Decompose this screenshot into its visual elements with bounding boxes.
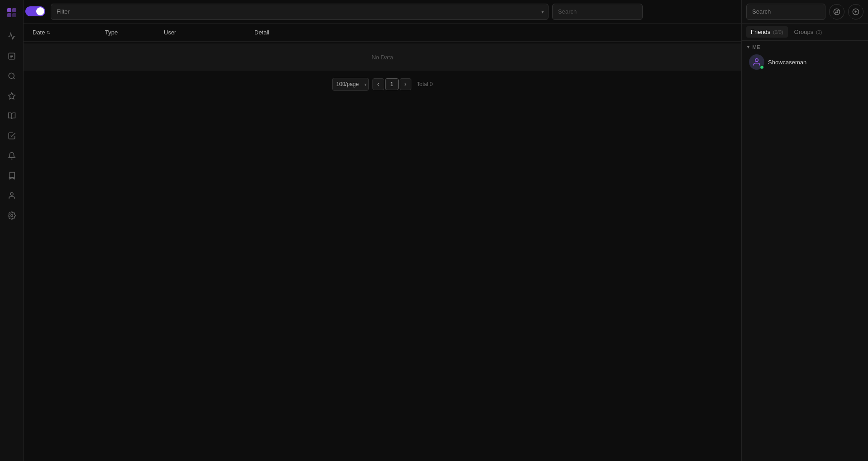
col-date-header[interactable]: Date ⇅ (33, 29, 105, 36)
search-input-wrap (552, 4, 643, 20)
sidebar-item-chart[interactable] (3, 27, 21, 45)
svg-point-12 (10, 215, 13, 217)
sidebar-item-star[interactable] (3, 87, 21, 105)
svg-point-8 (9, 73, 14, 78)
svg-point-18 (755, 59, 758, 62)
svg-line-9 (13, 77, 14, 79)
svg-rect-3 (12, 13, 16, 17)
current-page: 1 (385, 78, 399, 90)
svg-marker-10 (8, 93, 15, 99)
filter-select-wrap: Filter ▾ (51, 4, 548, 20)
svg-point-11 (10, 192, 13, 195)
table-area: Date ⇅ Type User Detail No Data 100/page (24, 24, 741, 461)
svg-marker-14 (835, 10, 838, 13)
me-header: ▼ ME (746, 44, 863, 50)
col-user-header: User (164, 29, 254, 36)
online-indicator (760, 65, 764, 69)
col-detail-header: Detail (254, 29, 732, 36)
tab-groups[interactable]: Groups (0) (790, 26, 827, 38)
sidebar-item-bell[interactable] (3, 147, 21, 165)
me-chevron-icon: ▼ (746, 45, 750, 49)
tabs: Friends (0/0) Groups (0) (742, 24, 868, 41)
main-content: Filter ▾ Date ⇅ Type User Detail No D (24, 0, 741, 461)
sidebar-item-search[interactable] (3, 67, 21, 85)
filter-select[interactable]: Filter (51, 4, 548, 20)
compass-icon-button[interactable] (829, 4, 844, 19)
add-icon-button[interactable] (848, 4, 863, 19)
right-panel: Search Friends (0/0) Groups (0) ▼ (741, 0, 868, 461)
col-type-header: Type (105, 29, 164, 36)
no-data-message: No Data (24, 43, 741, 71)
sidebar (0, 0, 24, 461)
sort-icon: ⇅ (47, 30, 50, 35)
svg-rect-1 (12, 8, 16, 12)
logo-icon[interactable] (4, 5, 20, 21)
svg-point-13 (834, 9, 839, 14)
tab-friends[interactable]: Friends (0/0) (746, 26, 788, 38)
next-page-button[interactable]: › (400, 78, 411, 90)
topbar: Filter ▾ (24, 0, 741, 24)
per-page-select[interactable]: 100/page (332, 78, 369, 91)
svg-rect-2 (7, 13, 11, 17)
sidebar-item-settings[interactable] (3, 206, 21, 225)
per-page-wrap: 100/page (332, 78, 369, 91)
sidebar-item-user[interactable] (3, 187, 21, 205)
total-count: Total 0 (417, 81, 433, 87)
table-header: Date ⇅ Type User Detail (24, 24, 741, 42)
me-section: ▼ ME Showcaseman (742, 41, 868, 75)
pagination: 100/page ‹ 1 › Total 0 (24, 72, 741, 96)
list-item[interactable]: Showcaseman (746, 53, 863, 72)
avatar-wrap (749, 54, 764, 70)
svg-rect-0 (7, 8, 11, 12)
right-topbar: Search (742, 0, 868, 24)
toggle-switch[interactable] (25, 6, 45, 16)
right-search-button[interactable]: Search (746, 4, 825, 20)
sidebar-item-list[interactable] (3, 47, 21, 65)
sidebar-item-check[interactable] (3, 127, 21, 145)
page-nav: ‹ 1 › (372, 78, 411, 90)
search-input[interactable] (552, 4, 643, 20)
user-name: Showcaseman (768, 59, 806, 66)
prev-page-button[interactable]: ‹ (372, 78, 384, 90)
sidebar-item-bookmark[interactable] (3, 167, 21, 185)
sidebar-item-book[interactable] (3, 107, 21, 125)
